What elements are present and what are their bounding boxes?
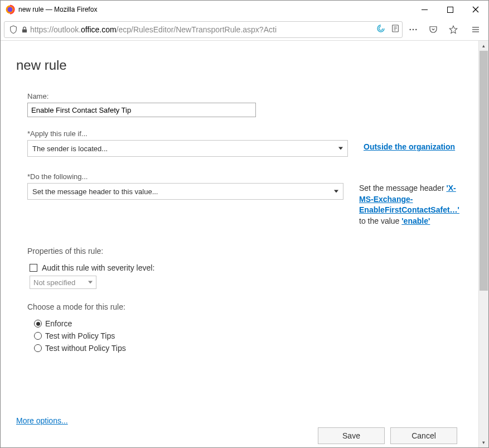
severity-value: Not specified bbox=[33, 278, 75, 287]
sender-location-link[interactable]: Outside the organization bbox=[364, 140, 455, 151]
vertical-scrollbar[interactable]: ▴ ▾ bbox=[478, 41, 488, 447]
mode-label: Choose a mode for this rule: bbox=[16, 302, 465, 311]
window-title: new rule — Mozilla Firefox bbox=[18, 6, 97, 13]
minimize-button[interactable] bbox=[411, 1, 437, 18]
window-controls bbox=[411, 1, 488, 18]
action-selected: Set the message header to this value... bbox=[32, 187, 158, 196]
bookmark-star-icon[interactable] bbox=[444, 22, 463, 37]
apply-rule-selected: The sender is located... bbox=[32, 144, 108, 153]
action-summary: Set the message header 'X-MS-Exchange-En… bbox=[359, 183, 465, 227]
severity-dropdown[interactable]: Not specified bbox=[30, 276, 96, 289]
app-menu-icon[interactable] bbox=[466, 22, 485, 37]
cancel-button[interactable]: Cancel bbox=[390, 427, 457, 444]
page-title: new rule bbox=[16, 57, 465, 73]
url-scheme: https://outlook. bbox=[30, 25, 81, 34]
svg-point-12 bbox=[413, 28, 414, 30]
audit-checkbox[interactable] bbox=[30, 264, 37, 272]
page-content: new rule Name: *Apply this rule if... Th… bbox=[1, 41, 478, 447]
save-button[interactable]: Save bbox=[318, 427, 385, 444]
pocket-icon[interactable] bbox=[424, 22, 443, 37]
apply-rule-dropdown[interactable]: The sender is located... bbox=[27, 140, 348, 157]
mode-radio-test-notips[interactable] bbox=[34, 344, 42, 352]
page-actions-icon[interactable] bbox=[404, 22, 423, 37]
more-options-link[interactable]: More options... bbox=[16, 416, 68, 425]
reader-mode-icon[interactable] bbox=[391, 24, 400, 35]
name-label: Name: bbox=[16, 92, 465, 100]
name-input[interactable] bbox=[27, 103, 256, 117]
chevron-down-icon bbox=[334, 190, 338, 193]
chevron-down-icon bbox=[88, 281, 93, 284]
chevron-down-icon bbox=[338, 147, 343, 150]
mode-radio-test-tips[interactable] bbox=[34, 332, 42, 340]
lock-icon[interactable] bbox=[20, 25, 29, 34]
mode-label-test-tips: Test with Policy Tips bbox=[45, 331, 115, 340]
url-path: /ecp/RulesEditor/NewTransportRule.aspx?A… bbox=[117, 25, 277, 34]
url-domain: office.com bbox=[81, 25, 117, 34]
audit-label: Audit this rule with severity level: bbox=[42, 263, 154, 272]
scroll-thumb[interactable] bbox=[480, 51, 488, 291]
svg-rect-3 bbox=[447, 7, 453, 12]
scroll-up-icon[interactable]: ▴ bbox=[479, 41, 488, 51]
mode-label-test-notips: Test without Policy Tips bbox=[45, 344, 126, 353]
svg-point-1 bbox=[8, 7, 13, 12]
svg-point-13 bbox=[415, 28, 417, 30]
mode-label-enforce: Enforce bbox=[45, 319, 72, 328]
apply-rule-label: *Apply this rule if... bbox=[16, 129, 465, 138]
swirl-icon[interactable] bbox=[376, 24, 385, 35]
close-button[interactable] bbox=[463, 1, 488, 18]
firefox-icon bbox=[5, 4, 15, 15]
tracking-shield-icon[interactable] bbox=[9, 25, 18, 34]
properties-label: Properties of this rule: bbox=[16, 247, 465, 256]
scroll-down-icon[interactable]: ▾ bbox=[479, 437, 488, 447]
svg-rect-6 bbox=[22, 29, 27, 32]
address-bar: https://outlook.office.com/ecp/RulesEdit… bbox=[1, 18, 488, 41]
mode-radio-enforce[interactable] bbox=[34, 320, 42, 327]
svg-point-11 bbox=[409, 28, 411, 30]
url-box[interactable]: https://outlook.office.com/ecp/RulesEdit… bbox=[4, 21, 403, 38]
action-dropdown[interactable]: Set the message header to this value... bbox=[27, 183, 343, 200]
window-titlebar: new rule — Mozilla Firefox bbox=[1, 1, 488, 18]
do-following-label: *Do the following... bbox=[16, 172, 465, 181]
header-value-link[interactable]: 'enable' bbox=[401, 216, 430, 225]
maximize-button[interactable] bbox=[437, 1, 463, 18]
